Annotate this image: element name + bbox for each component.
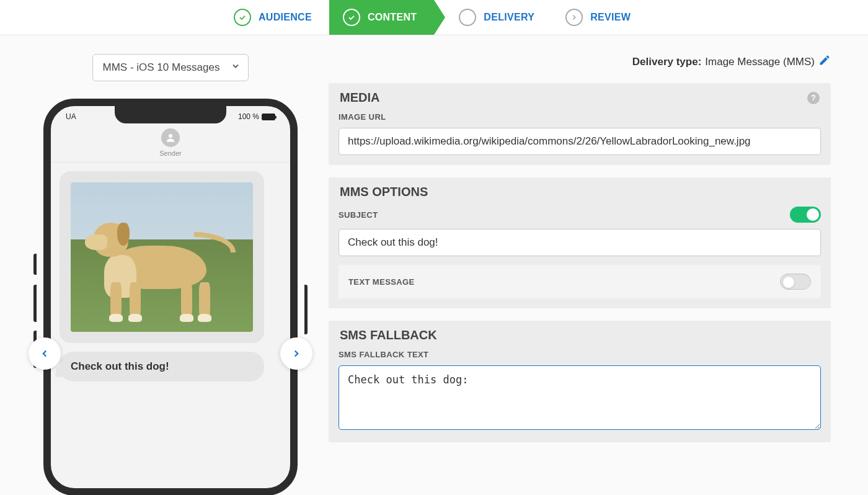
preview-mode-select[interactable]: MMS - iOS 10 Messages xyxy=(92,54,249,81)
avatar-icon xyxy=(161,128,180,147)
step-audience[interactable]: AUDIENCE xyxy=(220,0,329,35)
preview-next-button[interactable] xyxy=(280,337,312,370)
sender-label: Sender xyxy=(51,149,290,157)
help-icon[interactable]: ? xyxy=(807,92,820,104)
preview-mode-value: MMS - iOS 10 Messages xyxy=(103,61,220,74)
delivery-type-value: Image Message (MMS) xyxy=(705,56,815,68)
phone-notch xyxy=(115,106,226,123)
text-message-toggle[interactable] xyxy=(780,274,811,290)
step-review[interactable]: REVIEW xyxy=(552,0,648,35)
sms-fallback-panel: SMS FALLBACK SMS FALLBACK TEXT Check out… xyxy=(329,321,831,442)
battery-indicator: 100 % xyxy=(238,112,275,121)
message-text-bubble: Check out this dog! xyxy=(60,352,264,381)
media-panel: MEDIA ? IMAGE URL xyxy=(329,83,831,165)
carrier-label: UA xyxy=(66,112,76,121)
step-label: DELIVERY xyxy=(484,12,534,23)
subject-label: SUBJECT xyxy=(339,210,378,220)
step-delivery[interactable]: DELIVERY xyxy=(434,0,552,35)
battery-pct: 100 % xyxy=(238,112,259,121)
check-circle-icon xyxy=(234,9,251,26)
step-label: REVIEW xyxy=(590,12,631,23)
step-label: AUDIENCE xyxy=(259,12,312,23)
check-circle-icon xyxy=(343,9,360,26)
subject-input[interactable] xyxy=(339,229,821,256)
svg-point-0 xyxy=(169,134,172,138)
phone-side-button xyxy=(304,285,308,334)
phone-side-button xyxy=(33,254,37,275)
panel-title: MEDIA xyxy=(340,91,379,105)
step-label: CONTENT xyxy=(368,12,417,23)
circle-icon xyxy=(459,9,476,26)
sms-fallback-label: SMS FALLBACK TEXT xyxy=(339,350,821,359)
phone-side-button xyxy=(33,285,37,322)
panel-title: SMS FALLBACK xyxy=(340,328,437,342)
step-content[interactable]: CONTENT xyxy=(329,0,434,35)
delivery-type-row: Delivery type: Image Message (MMS) xyxy=(329,54,831,69)
chevron-down-icon xyxy=(231,61,241,74)
message-image xyxy=(71,182,253,332)
image-url-label: IMAGE URL xyxy=(339,112,821,122)
phone-header: Sender xyxy=(51,121,290,163)
preview-prev-button[interactable] xyxy=(29,337,61,370)
text-message-label: TEXT MESSAGE xyxy=(348,277,415,287)
chevron-right-circle-icon xyxy=(565,9,583,26)
message-text: Check out this dog! xyxy=(71,360,169,372)
delivery-type-label: Delivery type: xyxy=(632,56,702,68)
message-image-bubble xyxy=(60,171,264,343)
wizard-stepper: AUDIENCE CONTENT DELIVERY REVIEW xyxy=(0,0,868,35)
panel-title: MMS OPTIONS xyxy=(340,185,428,199)
subject-toggle[interactable] xyxy=(790,207,821,223)
phone-preview: UA 100 % Sender xyxy=(43,99,298,495)
edit-icon[interactable] xyxy=(818,54,831,69)
mms-options-panel: MMS OPTIONS SUBJECT TEXT MESSAGE xyxy=(329,177,831,308)
sms-fallback-textarea[interactable]: Check out this dog: xyxy=(339,365,821,430)
image-url-input[interactable] xyxy=(339,128,821,155)
text-message-row: TEXT MESSAGE xyxy=(339,265,821,298)
battery-icon xyxy=(262,114,275,120)
